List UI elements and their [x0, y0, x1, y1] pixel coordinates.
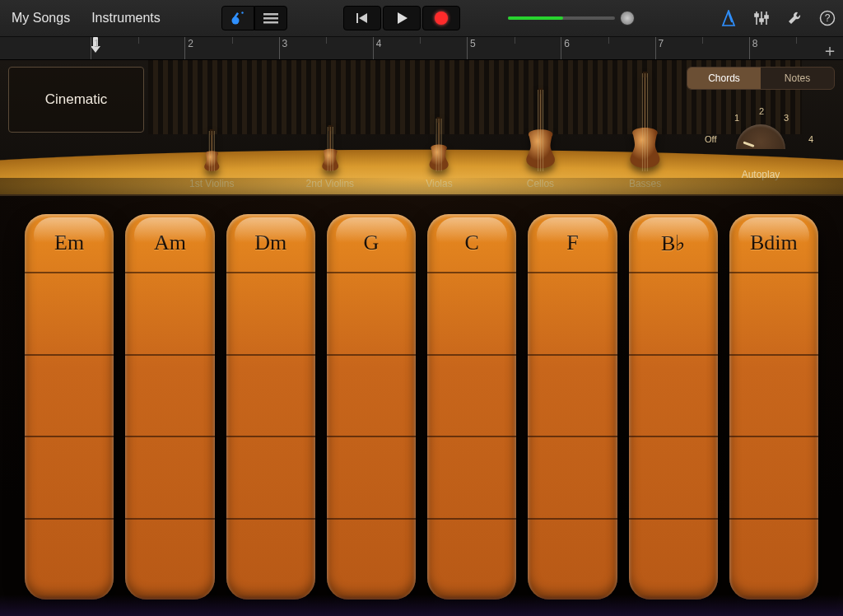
- svg-point-2: [241, 12, 243, 13]
- chord-segment[interactable]: [427, 272, 516, 354]
- bar-marker: 1: [91, 37, 184, 59]
- timeline-ruler[interactable]: 1 2 3 4 5 6 7 8 ＋: [0, 37, 843, 60]
- volume-track[interactable]: [508, 16, 615, 20]
- floor-glow: [0, 595, 843, 616]
- play-icon: [395, 12, 408, 25]
- wrench-icon: [786, 10, 803, 26]
- chord-strip-area: Em Am Dm G C F B♭ Bdim: [0, 196, 843, 616]
- chord-segment[interactable]: [528, 354, 617, 436]
- autoplay-step-label: 3: [784, 113, 789, 123]
- tracks-view-button[interactable]: [254, 6, 287, 30]
- bar-number: 8: [752, 38, 758, 49]
- sound-preset-selector[interactable]: Cinematic: [8, 67, 144, 133]
- chord-segment[interactable]: [729, 354, 818, 436]
- stage-side-panel: Chords Notes Off 1 2 3 4 Autoplay: [687, 67, 835, 180]
- chord-strip[interactable]: Am: [125, 214, 214, 600]
- chord-strip[interactable]: F: [528, 214, 617, 600]
- tracks-icon: [263, 12, 279, 24]
- chord-segment[interactable]: [125, 518, 214, 600]
- transport-controls: [343, 6, 460, 30]
- autoplay-step-label: 1: [734, 113, 739, 123]
- toolbar-right: ?: [720, 9, 836, 27]
- svg-rect-16: [765, 16, 768, 18]
- chord-segment[interactable]: [629, 518, 718, 600]
- add-section-button[interactable]: ＋: [822, 40, 838, 62]
- chord-segment[interactable]: [729, 272, 818, 354]
- instruments-button[interactable]: Instruments: [86, 7, 165, 29]
- instrument-section[interactable]: Basses: [628, 72, 662, 189]
- chord-segment[interactable]: [226, 354, 315, 436]
- chord-strip[interactable]: Em: [25, 214, 114, 600]
- chord-segment[interactable]: [25, 354, 114, 436]
- bar-number: 6: [564, 38, 570, 49]
- my-songs-button[interactable]: My Songs: [7, 7, 75, 29]
- chord-segment[interactable]: [427, 354, 516, 436]
- metronome-icon: [720, 10, 737, 26]
- chord-label: G: [327, 214, 416, 272]
- chord-segment[interactable]: [427, 518, 516, 600]
- notes-mode-button[interactable]: Notes: [761, 68, 834, 89]
- chord-segment[interactable]: [528, 272, 617, 354]
- mode-segmented-control: Chords Notes: [687, 67, 835, 90]
- chord-label: Em: [25, 214, 114, 272]
- chord-segment[interactable]: [327, 518, 416, 600]
- mixer-button[interactable]: [752, 9, 771, 27]
- chord-segment[interactable]: [729, 436, 818, 518]
- instrument-section[interactable]: Cellos: [524, 88, 557, 189]
- bar-marker: 5: [467, 37, 561, 59]
- bar-marker: 2: [184, 37, 278, 59]
- bar-marker: 3: [279, 37, 373, 59]
- skip-back-icon: [356, 12, 369, 25]
- svg-rect-4: [263, 17, 278, 20]
- chord-segment[interactable]: [25, 436, 114, 518]
- record-button[interactable]: [422, 6, 460, 30]
- bar-number: 3: [282, 38, 288, 49]
- help-button[interactable]: ?: [818, 9, 836, 27]
- chord-strip[interactable]: C: [427, 214, 516, 600]
- metronome-button[interactable]: [720, 9, 738, 27]
- bar-number: 7: [659, 38, 664, 49]
- master-volume[interactable]: [508, 11, 636, 26]
- play-button[interactable]: [383, 6, 421, 30]
- view-toggle-group: [221, 6, 287, 30]
- autoplay-step-label: 4: [808, 134, 813, 144]
- chord-segment[interactable]: [25, 518, 114, 600]
- chord-strip[interactable]: Dm: [226, 214, 315, 600]
- chord-strip[interactable]: Bdim: [729, 214, 818, 600]
- chord-segment[interactable]: [25, 272, 114, 354]
- chord-strip[interactable]: G: [327, 214, 416, 600]
- chord-segment[interactable]: [226, 436, 315, 518]
- chord-strip[interactable]: B♭: [629, 214, 718, 600]
- chord-segment[interactable]: [125, 436, 214, 518]
- chord-segment[interactable]: [125, 272, 214, 354]
- chord-strips: Em Am Dm G C F B♭ Bdim: [25, 214, 818, 600]
- chord-segment[interactable]: [327, 272, 416, 354]
- chord-segment[interactable]: [427, 436, 516, 518]
- chord-segment[interactable]: [629, 436, 718, 518]
- go-to-start-button[interactable]: [343, 6, 381, 30]
- volume-fill: [508, 16, 564, 20]
- chord-segment[interactable]: [729, 518, 818, 600]
- instrument-view-button[interactable]: [221, 6, 254, 30]
- chord-segment[interactable]: [629, 354, 718, 436]
- settings-button[interactable]: [785, 9, 803, 27]
- chord-segment[interactable]: [629, 272, 718, 354]
- chord-segment[interactable]: [226, 272, 315, 354]
- preset-name: Cinematic: [45, 91, 108, 108]
- chords-mode-button[interactable]: Chords: [687, 68, 761, 89]
- autoplay-step-label: 2: [759, 106, 764, 116]
- chord-segment[interactable]: [327, 436, 416, 518]
- bar-number: 2: [188, 38, 193, 49]
- svg-rect-14: [755, 14, 758, 16]
- chord-label: Bdim: [729, 214, 818, 272]
- volume-knob[interactable]: [620, 11, 635, 26]
- chord-segment[interactable]: [226, 518, 315, 600]
- bar-number: 5: [470, 38, 476, 49]
- chord-label: B♭: [629, 214, 718, 272]
- bar-number: 4: [376, 38, 382, 49]
- instrument-stage: Cinematic 1st Violins 2nd Violins Violas…: [0, 60, 843, 196]
- chord-segment[interactable]: [125, 354, 214, 436]
- chord-segment[interactable]: [528, 518, 617, 600]
- chord-segment[interactable]: [327, 354, 416, 436]
- chord-segment[interactable]: [528, 436, 617, 518]
